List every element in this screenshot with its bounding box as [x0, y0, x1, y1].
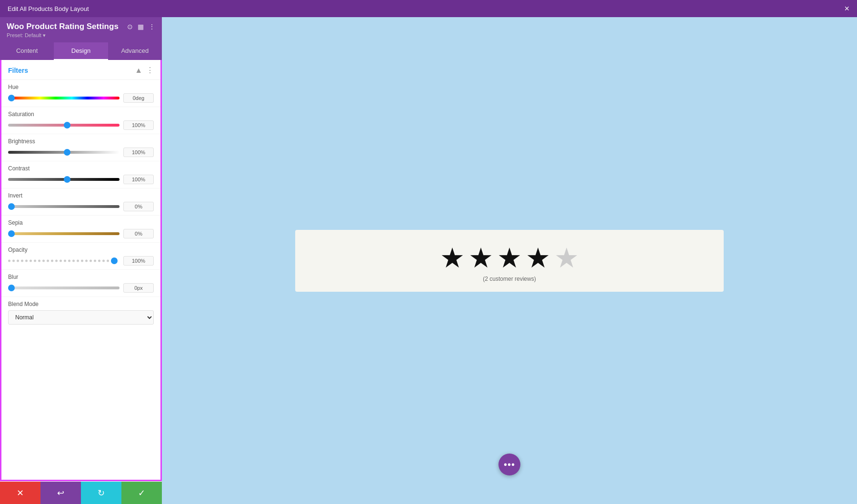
bottom-toolbar: ✕ ↩ ↻ ✓: [0, 481, 162, 504]
filter-saturation: Saturation: [1, 107, 160, 134]
tabs: Content Design Advanced: [0, 42, 162, 60]
invert-slider[interactable]: [8, 205, 120, 208]
filter-blur: Blur: [1, 270, 160, 297]
saturation-label: Saturation: [8, 111, 154, 118]
hue-slider[interactable]: [8, 97, 120, 99]
star-5: ★: [554, 244, 579, 272]
blur-input[interactable]: [123, 283, 154, 293]
brightness-slider[interactable]: [8, 151, 120, 154]
filter-invert: Invert: [1, 188, 160, 216]
filter-contrast: Contrast: [1, 161, 160, 188]
filter-opacity: Opacity: [1, 243, 160, 270]
saturation-slider[interactable]: [8, 124, 120, 127]
redo-button[interactable]: ↻: [81, 482, 121, 504]
sepia-label: Sepia: [8, 219, 154, 226]
undo-button[interactable]: ↩: [40, 482, 81, 504]
close-button[interactable]: ✕: [0, 482, 40, 504]
more-icon[interactable]: ⋮: [149, 23, 155, 30]
opacity-label: Opacity: [8, 247, 154, 253]
star-1: ★: [440, 244, 465, 272]
opacity-input[interactable]: [123, 256, 154, 266]
fab-button[interactable]: •••: [498, 454, 520, 475]
sidebar-content: Filters ▲ ⋮ Hue Saturation: [0, 60, 162, 481]
blur-label: Blur: [8, 274, 154, 280]
sepia-input[interactable]: [123, 229, 154, 238]
filter-hue: Hue: [1, 80, 160, 107]
invert-label: Invert: [8, 192, 154, 199]
layout-icon[interactable]: ▦: [138, 23, 144, 30]
blend-mode-select[interactable]: Normal Multiply Screen Overlay Darken Li…: [8, 310, 154, 325]
hue-label: Hue: [8, 84, 154, 90]
sidebar-title: Woo Product Rating Settings: [7, 22, 122, 31]
contrast-input[interactable]: [123, 175, 154, 184]
invert-input[interactable]: [123, 202, 154, 211]
settings-icon[interactable]: ⊙: [127, 23, 133, 30]
close-icon[interactable]: ×: [844, 4, 849, 13]
blend-mode-section: Blend Mode Normal Multiply Screen Overla…: [1, 297, 160, 330]
sepia-slider[interactable]: [8, 232, 120, 235]
preset-selector[interactable]: Preset: Default ▾: [7, 32, 155, 39]
top-bar-title: Edit All Products Body Layout: [8, 5, 89, 12]
review-count: (2 customer reviews): [483, 276, 536, 282]
blend-mode-label: Blend Mode: [8, 301, 154, 307]
star-4: ★: [526, 244, 550, 272]
brightness-input[interactable]: [123, 148, 154, 157]
save-button[interactable]: ✓: [121, 482, 162, 504]
filter-sepia: Sepia: [1, 216, 160, 243]
hue-input[interactable]: [123, 93, 154, 103]
opacity-slider[interactable]: [8, 257, 120, 264]
collapse-icon[interactable]: ▲: [135, 66, 142, 75]
filter-brightness: Brightness: [1, 134, 160, 161]
tab-design[interactable]: Design: [54, 42, 108, 60]
tab-advanced[interactable]: Advanced: [108, 42, 162, 60]
section-menu-icon[interactable]: ⋮: [146, 66, 154, 75]
tab-content[interactable]: Content: [0, 42, 54, 60]
star-3: ★: [497, 244, 522, 272]
contrast-label: Contrast: [8, 165, 154, 172]
stars-row: ★ ★ ★ ★ ★: [440, 244, 579, 272]
filters-title: Filters: [8, 67, 28, 74]
filters-section-header: Filters ▲ ⋮: [1, 60, 160, 80]
top-bar: Edit All Products Body Layout ×: [0, 0, 857, 17]
contrast-slider[interactable]: [8, 178, 120, 181]
saturation-input[interactable]: [123, 120, 154, 130]
sidebar: Woo Product Rating Settings ⊙ ▦ ⋮ Preset…: [0, 17, 162, 504]
rating-widget: ★ ★ ★ ★ ★ (2 customer reviews): [295, 230, 724, 292]
brightness-label: Brightness: [8, 138, 154, 145]
star-2: ★: [468, 244, 493, 272]
sidebar-header: Woo Product Rating Settings ⊙ ▦ ⋮ Preset…: [0, 17, 162, 42]
main-canvas: ★ ★ ★ ★ ★ (2 customer reviews) •••: [162, 17, 857, 504]
blur-slider[interactable]: [8, 287, 120, 289]
